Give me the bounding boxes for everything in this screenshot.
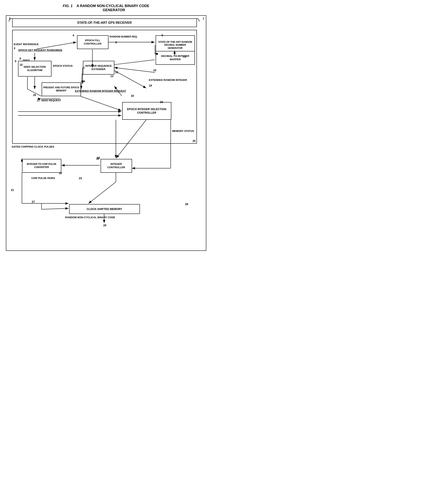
decimal-int-box: DECIMAL-TO-INTEGER MAPPER: [156, 51, 195, 65]
num-8: 8: [116, 41, 117, 44]
epoch-int-sel-box: EPOCH INTEGER SELECTION CONTROLLER: [122, 102, 171, 120]
num-19: 19: [149, 84, 152, 87]
seed-sel-box: SEED SELECTION ALGORITHM: [18, 61, 51, 77]
num-15: 15: [20, 63, 23, 66]
num-10: 10: [153, 69, 156, 72]
int-chip-box: INTEGER-TO-CHIP-PULSE CONVERTER: [22, 159, 61, 173]
seed-label: SEED: [23, 59, 30, 62]
num-1: 1: [203, 17, 204, 20]
num-27: 27: [32, 200, 35, 203]
num-12: 12: [115, 71, 118, 74]
memory-status-label: MEMORY STATUS: [172, 129, 194, 133]
fig-label: FIG. 1: [63, 4, 73, 8]
int-seq-box: INTEGER SEQUENCE EXTENDER: [83, 61, 114, 75]
random-num-req-label: RANDOM NUMBER REQ.: [110, 35, 138, 38]
num-2: 2: [9, 17, 11, 20]
gated-chipping-label: GATED CHIPPING CLOCK PULSES: [12, 145, 54, 149]
title-line2: GENERATOR: [103, 8, 125, 12]
num-17: 17: [37, 99, 40, 102]
num-4: 4: [73, 34, 74, 37]
num-22: 22: [96, 157, 100, 160]
svg-line-35: [41, 208, 68, 209]
num-29: 29: [103, 224, 106, 227]
num-13: 13: [110, 75, 113, 78]
num-23: 23: [79, 177, 82, 180]
chip-pulse-pairs-label: CHIP PULSE PAIRS: [31, 177, 55, 180]
extended-random-req-label: EXTENDED RANDOM INTEGER REQUEST: [75, 90, 126, 93]
seed-request-label: SEED REQUEST: [41, 99, 61, 102]
num-26: 26: [59, 171, 62, 175]
diagram: 2 1 STATE-OF-THE-ART GPS RECEIVER EPOCH …: [6, 15, 206, 251]
epoch-set-label: EPOCH SET REQUEST RANDOMIZE: [19, 49, 62, 52]
num-28: 28: [185, 203, 188, 206]
svg-line-23: [88, 182, 116, 204]
event-reference-label: EVENT REFERENCE: [14, 43, 39, 46]
num-6: 6: [20, 57, 21, 60]
random-non-cyclical-label: RANDOM NON-CYCLICAL BINARY CODE: [65, 216, 115, 219]
num-16: 16: [33, 93, 36, 97]
extended-random-int-label: EXTENDED RANDOM INTEGER: [149, 79, 187, 82]
page-title: FIG. 1 A RANDOM NON-CYCLICAL BINARY CODE…: [4, 4, 208, 12]
pf-epoch-box: PRESENT AND FUTURE EPOCH MEMORY: [42, 82, 81, 96]
num-18: 18: [131, 94, 134, 97]
num-11: 11: [183, 55, 186, 58]
num-20: 20: [160, 100, 163, 104]
num-9: 9: [162, 34, 163, 37]
epoch-status-label: EPOCH STATUS: [53, 64, 73, 68]
num-21: 21: [11, 188, 14, 192]
num-3: 3: [14, 47, 15, 50]
num-7: 7: [83, 66, 85, 69]
title-line1: A RANDOM NON-CYCLICAL BINARY CODE: [77, 4, 149, 8]
int-ctrl-box: INTEGER CONTROLLER: [101, 159, 132, 173]
num-14: 14: [82, 80, 85, 83]
epoch-fill-box: EPOCH FILL CONTROLLER: [77, 35, 108, 49]
gps-receiver-box: STATE-OF-THE-ART GPS RECEIVER: [12, 18, 197, 27]
num-5: 5: [15, 60, 17, 63]
num-25: 25: [193, 139, 196, 142]
clock-shifted-box: CLOCK-SHIFTED MEMORY: [69, 204, 140, 214]
